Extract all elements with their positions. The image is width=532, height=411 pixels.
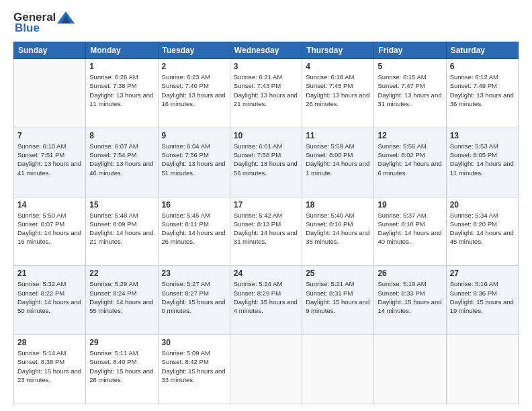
calendar-cell: 18Sunrise: 5:40 AMSunset: 8:16 PMDayligh…: [302, 197, 374, 266]
day-number: 13: [450, 131, 515, 140]
calendar-cell: [446, 335, 518, 404]
calendar-cell: 12Sunrise: 5:56 AMSunset: 8:02 PMDayligh…: [374, 128, 446, 197]
calendar-cell: 19Sunrise: 5:37 AMSunset: 8:18 PMDayligh…: [374, 197, 446, 266]
day-info: Sunrise: 6:23 AMSunset: 7:40 PMDaylight:…: [162, 73, 226, 108]
day-number: 25: [306, 269, 370, 278]
day-header: Monday: [86, 42, 158, 59]
day-number: 12: [378, 131, 442, 140]
calendar-cell: [230, 335, 302, 404]
day-number: 26: [378, 269, 442, 278]
day-info: Sunrise: 5:24 AMSunset: 8:29 PMDaylight:…: [234, 279, 298, 315]
calendar-cell: 5Sunrise: 6:15 AMSunset: 7:47 PMDaylight…: [374, 59, 446, 128]
calendar-cell: [374, 335, 446, 404]
day-info: Sunrise: 5:11 AMSunset: 8:40 PMDaylight:…: [89, 349, 154, 384]
calendar-week-row: 14Sunrise: 5:50 AMSunset: 8:07 PMDayligh…: [14, 197, 519, 266]
day-number: 6: [450, 62, 515, 71]
calendar-week-row: 7Sunrise: 6:10 AMSunset: 7:51 PMDaylight…: [14, 128, 519, 197]
calendar-cell: 22Sunrise: 5:29 AMSunset: 8:24 PMDayligh…: [86, 266, 158, 335]
calendar-cell: 13Sunrise: 5:53 AMSunset: 8:05 PMDayligh…: [446, 128, 518, 197]
day-info: Sunrise: 6:15 AMSunset: 7:47 PMDaylight:…: [378, 73, 442, 108]
day-info: Sunrise: 6:10 AMSunset: 7:51 PMDaylight:…: [17, 142, 82, 177]
day-number: 8: [89, 131, 154, 140]
header-row: SundayMondayTuesdayWednesdayThursdayFrid…: [14, 42, 519, 59]
day-info: Sunrise: 5:59 AMSunset: 8:00 PMDaylight:…: [306, 142, 370, 177]
calendar-week-row: 1Sunrise: 6:26 AMSunset: 7:38 PMDaylight…: [14, 59, 519, 128]
day-info: Sunrise: 5:56 AMSunset: 8:02 PMDaylight:…: [378, 142, 442, 177]
calendar-cell: 3Sunrise: 6:21 AMSunset: 7:43 PMDaylight…: [230, 59, 302, 128]
calendar-cell: 7Sunrise: 6:10 AMSunset: 7:51 PMDaylight…: [14, 128, 86, 197]
calendar-cell: 6Sunrise: 6:12 AMSunset: 7:49 PMDaylight…: [446, 59, 518, 128]
calendar-cell: 23Sunrise: 5:27 AMSunset: 8:27 PMDayligh…: [158, 266, 230, 335]
day-number: 3: [234, 62, 298, 71]
day-number: 5: [378, 62, 442, 71]
logo-icon: [57, 11, 75, 24]
day-info: Sunrise: 6:04 AMSunset: 7:56 PMDaylight:…: [162, 142, 226, 177]
calendar-cell: 8Sunrise: 6:07 AMSunset: 7:54 PMDaylight…: [86, 128, 158, 197]
calendar-cell: 26Sunrise: 5:19 AMSunset: 8:33 PMDayligh…: [374, 266, 446, 335]
calendar-cell: 9Sunrise: 6:04 AMSunset: 7:56 PMDaylight…: [158, 128, 230, 197]
day-info: Sunrise: 6:07 AMSunset: 7:54 PMDaylight:…: [89, 142, 154, 177]
day-info: Sunrise: 5:37 AMSunset: 8:18 PMDaylight:…: [378, 211, 442, 246]
day-number: 20: [450, 200, 515, 210]
day-info: Sunrise: 5:53 AMSunset: 8:05 PMDaylight:…: [450, 142, 515, 177]
calendar-cell: 21Sunrise: 5:32 AMSunset: 8:22 PMDayligh…: [14, 266, 86, 335]
day-number: 7: [17, 131, 82, 140]
calendar-cell: 27Sunrise: 5:16 AMSunset: 8:36 PMDayligh…: [446, 266, 518, 335]
day-info: Sunrise: 5:45 AMSunset: 8:11 PMDaylight:…: [162, 211, 226, 246]
calendar-cell: [14, 59, 86, 128]
day-number: 4: [306, 62, 370, 71]
day-number: 19: [378, 200, 442, 210]
day-info: Sunrise: 6:18 AMSunset: 7:45 PMDaylight:…: [306, 73, 370, 108]
page: General Blue SundayMondayTuesdayWednesda…: [0, 0, 532, 411]
day-number: 17: [234, 200, 298, 210]
day-info: Sunrise: 5:32 AMSunset: 8:22 PMDaylight:…: [17, 279, 82, 315]
calendar-cell: 14Sunrise: 5:50 AMSunset: 8:07 PMDayligh…: [14, 197, 86, 266]
day-info: Sunrise: 6:21 AMSunset: 7:43 PMDaylight:…: [234, 73, 298, 108]
calendar-cell: 24Sunrise: 5:24 AMSunset: 8:29 PMDayligh…: [230, 266, 302, 335]
day-number: 30: [162, 338, 226, 347]
day-number: 18: [306, 200, 370, 210]
day-info: Sunrise: 5:19 AMSunset: 8:33 PMDaylight:…: [378, 279, 442, 315]
day-header: Sunday: [14, 42, 86, 59]
day-header: Thursday: [302, 42, 374, 59]
day-header: Tuesday: [158, 42, 230, 59]
day-number: 28: [17, 338, 82, 347]
logo-blue: Blue: [15, 21, 40, 35]
calendar-week-row: 21Sunrise: 5:32 AMSunset: 8:22 PMDayligh…: [14, 266, 519, 335]
day-info: Sunrise: 5:50 AMSunset: 8:07 PMDaylight:…: [17, 211, 82, 246]
calendar-table: SundayMondayTuesdayWednesdayThursdayFrid…: [13, 42, 519, 404]
day-info: Sunrise: 6:01 AMSunset: 7:58 PMDaylight:…: [234, 142, 298, 177]
day-info: Sunrise: 5:14 AMSunset: 8:38 PMDaylight:…: [17, 349, 82, 384]
day-number: 22: [89, 269, 154, 278]
day-info: Sunrise: 5:42 AMSunset: 8:13 PMDaylight:…: [234, 211, 298, 246]
day-header: Wednesday: [230, 42, 302, 59]
calendar-cell: 28Sunrise: 5:14 AMSunset: 8:38 PMDayligh…: [14, 335, 86, 404]
calendar-cell: 30Sunrise: 5:09 AMSunset: 8:42 PMDayligh…: [158, 335, 230, 404]
header: General Blue: [13, 11, 519, 35]
day-number: 10: [234, 131, 298, 140]
day-info: Sunrise: 5:48 AMSunset: 8:09 PMDaylight:…: [89, 211, 154, 246]
day-header: Friday: [374, 42, 446, 59]
day-number: 14: [17, 200, 82, 210]
calendar-cell: 16Sunrise: 5:45 AMSunset: 8:11 PMDayligh…: [158, 197, 230, 266]
calendar-cell: [302, 335, 374, 404]
day-number: 29: [89, 338, 154, 347]
calendar-cell: 1Sunrise: 6:26 AMSunset: 7:38 PMDaylight…: [86, 59, 158, 128]
logo: General Blue: [13, 11, 75, 35]
calendar-cell: 29Sunrise: 5:11 AMSunset: 8:40 PMDayligh…: [86, 335, 158, 404]
calendar-cell: 4Sunrise: 6:18 AMSunset: 7:45 PMDaylight…: [302, 59, 374, 128]
calendar-cell: 11Sunrise: 5:59 AMSunset: 8:00 PMDayligh…: [302, 128, 374, 197]
day-header: Saturday: [446, 42, 518, 59]
day-info: Sunrise: 6:26 AMSunset: 7:38 PMDaylight:…: [89, 73, 154, 108]
day-number: 15: [89, 200, 154, 210]
day-info: Sunrise: 5:29 AMSunset: 8:24 PMDaylight:…: [89, 279, 154, 315]
day-number: 27: [450, 269, 515, 278]
day-number: 23: [162, 269, 226, 278]
calendar-cell: 25Sunrise: 5:21 AMSunset: 8:31 PMDayligh…: [302, 266, 374, 335]
day-info: Sunrise: 5:21 AMSunset: 8:31 PMDaylight:…: [306, 279, 370, 315]
day-info: Sunrise: 5:27 AMSunset: 8:27 PMDaylight:…: [162, 279, 226, 315]
day-info: Sunrise: 5:40 AMSunset: 8:16 PMDaylight:…: [306, 211, 370, 246]
day-number: 16: [162, 200, 226, 210]
day-number: 21: [17, 269, 82, 278]
day-info: Sunrise: 5:16 AMSunset: 8:36 PMDaylight:…: [450, 279, 515, 315]
